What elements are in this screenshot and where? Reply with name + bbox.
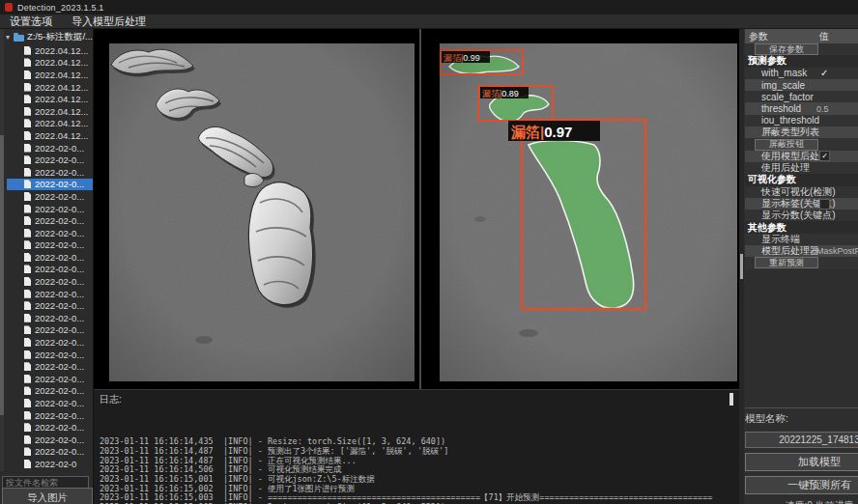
load-model-button[interactable]: 加载模型 (745, 453, 858, 471)
tree-item[interactable]: 2022-02-0... (5, 203, 93, 215)
tree-item[interactable]: 2022-02-0... (5, 299, 93, 312)
param-row-item[interactable]: threshold0.5 (745, 102, 858, 114)
tree-item[interactable]: 2022-02-0... (5, 397, 93, 409)
file-icon (24, 290, 31, 298)
tree-item-label: 2022.04.12... (35, 106, 88, 117)
tree-root-folder[interactable]: ▾ Z:/5-标注数据/... (5, 30, 93, 44)
param-name: with_mask (745, 68, 807, 78)
param-row-item[interactable]: 显示标签(关键点) (745, 198, 858, 210)
tree-item[interactable]: 2022-02-0 (5, 458, 93, 470)
parameters-panel: 参数 值 保存参数预测参数with_mask✓img_scalescale_fa… (739, 29, 858, 504)
params-scrollbar[interactable] (739, 29, 744, 504)
file-icon (24, 144, 31, 153)
tree-scrollbar-thumb[interactable] (0, 135, 4, 415)
param-row-item[interactable]: 模型后处理器MaskPostProcess (745, 245, 858, 257)
param-row-item[interactable]: 快速可视化(检测) (745, 186, 858, 198)
tree-item[interactable]: 2022-02-0... (5, 446, 93, 459)
file-icon (24, 180, 31, 188)
log-scrollbar-thumb[interactable] (729, 393, 733, 406)
params-header-value: 值 (819, 30, 829, 43)
tree-item-label: 2022-02-0... (35, 337, 84, 348)
tree-item[interactable]: 2022-02-0... (5, 275, 93, 288)
tree-item[interactable]: 2022-02-0... (5, 190, 93, 203)
tree-item-label: 2022-02-0... (35, 324, 84, 335)
tree-item-label: 2022-02-0... (35, 374, 84, 384)
import-images-button[interactable]: 导入图片 (2, 488, 93, 504)
param-row-item[interactable]: img_scale (745, 79, 858, 91)
tree-item[interactable]: 2022-02-0... (5, 434, 93, 446)
caret-down-icon[interactable]: ▾ (5, 33, 11, 42)
tree-item[interactable]: 2022-02-0... (5, 349, 93, 361)
log-lines: 2023-01-11 16:16:14,435 |INFO| - Resize:… (100, 409, 739, 504)
param-row-item[interactable]: 显示终端 (745, 234, 858, 245)
tree-item[interactable]: 2022.04.12... (5, 129, 93, 142)
file-icon (24, 192, 31, 201)
tree-item[interactable]: 2022-02-0... (5, 336, 93, 349)
model-name-field[interactable]: 20221225_174813 (745, 432, 858, 448)
tree-item[interactable]: 2022-02-0... (7, 179, 93, 191)
param-checkbox[interactable]: ✓ (819, 151, 830, 161)
tree-item[interactable]: 2022-02-0... (5, 251, 93, 264)
tree-item[interactable]: 2022-02-0... (5, 214, 93, 227)
param-button[interactable]: 屏蔽按钮 (755, 139, 818, 151)
tree-item-label: 2022.04.12... (35, 94, 88, 104)
tree-item-label: 2022-02-0... (35, 228, 84, 238)
tree-item[interactable]: 2022-02-0... (5, 166, 93, 179)
file-icon (24, 83, 31, 92)
params-scrollbar-thumb[interactable] (740, 254, 743, 279)
tree-item[interactable]: 2022.04.12... (5, 44, 93, 57)
tree-item[interactable]: 2022.04.12... (5, 105, 93, 118)
param-button[interactable]: 保存参数 (755, 43, 818, 55)
tree-scrollbar[interactable] (0, 29, 4, 471)
param-name: img_scale (745, 80, 805, 91)
tree-item-label: 2022-02-0 (35, 459, 76, 469)
model-name-label: 模型名称: (745, 412, 858, 426)
param-row-item[interactable]: with_mask✓ (745, 68, 858, 79)
param-checkbox[interactable] (819, 199, 830, 210)
tree-item[interactable]: 2022-02-0... (5, 373, 93, 385)
params-rows: 保存参数预测参数with_mask✓img_scalescale_factort… (745, 43, 858, 269)
tree-item[interactable]: 2022-02-0... (5, 264, 93, 276)
tree-item[interactable]: 2022-02-0... (5, 324, 93, 337)
param-button[interactable]: 重新预测 (755, 257, 818, 268)
tree-item[interactable]: 2022-02-0... (5, 227, 93, 239)
model-block: 模型名称: 20221225_174813 加载模型 一键预测所有 速度:0 当… (745, 407, 858, 504)
tree-item[interactable]: 2022.04.12... (5, 81, 93, 94)
file-icon (24, 229, 31, 238)
tree-item[interactable]: 2022.04.12... (5, 93, 93, 105)
param-row-item[interactable]: iou_threshold (745, 115, 858, 126)
tree-item[interactable]: 2022-02-0... (5, 154, 93, 166)
panel-divider[interactable] (419, 29, 421, 389)
menu-bar: 设置选项 导入模型后处理 (0, 14, 858, 29)
tree-item[interactable]: 2022-02-0... (5, 409, 93, 422)
param-row-section: 其他参数 (745, 221, 858, 233)
param-row-item[interactable]: 屏蔽类型列表 (745, 126, 858, 138)
param-row-item[interactable]: 显示分数(关键点) (745, 210, 858, 221)
param-checkbox[interactable]: ✓ (820, 68, 828, 78)
tree-item[interactable]: 2022-02-0... (5, 360, 93, 373)
tree-item[interactable]: 2022-02-0... (5, 421, 93, 434)
folder-icon (14, 35, 24, 42)
file-icon (24, 338, 31, 347)
tree-item[interactable]: 2022-02-0... (5, 385, 93, 398)
menu-settings[interactable]: 设置选项 (10, 14, 52, 29)
file-icon (24, 325, 31, 334)
window-title: Detection_2023.1.5.1 (17, 3, 104, 13)
file-icon (24, 155, 31, 164)
param-row-item[interactable]: 使用后处理 (745, 162, 858, 174)
tree-item[interactable]: 2022-02-0... (5, 312, 93, 324)
param-row-item[interactable]: 使用模型后处理✓ (745, 151, 858, 162)
menu-import-postprocess[interactable]: 导入模型后处理 (72, 14, 146, 29)
tree-item-label: 2022-02-0... (35, 179, 84, 189)
tree-item[interactable]: 2022.04.12... (5, 118, 93, 130)
param-row-item[interactable]: scale_factor (745, 91, 858, 102)
file-icon (24, 411, 31, 420)
tree-item[interactable]: 2022-02-0... (5, 288, 93, 300)
file-icon (24, 301, 31, 310)
file-icon (24, 119, 31, 127)
tree-item[interactable]: 2022-02-0... (5, 142, 93, 154)
tree-item[interactable]: 2022-02-0... (5, 239, 93, 252)
tree-item[interactable]: 2022.04.12... (5, 69, 93, 81)
predict-all-button[interactable]: 一键预测所有 (745, 476, 858, 494)
tree-item[interactable]: 2022.04.12... (5, 57, 93, 70)
